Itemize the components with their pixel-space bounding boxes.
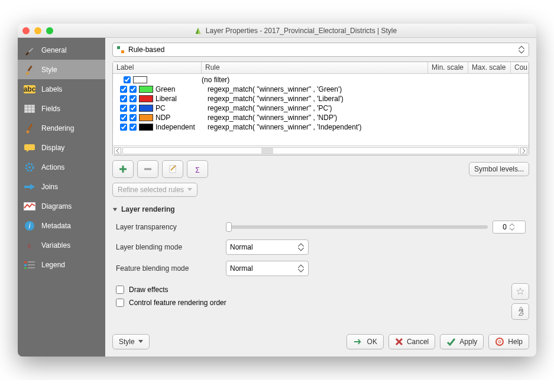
chevron-down-icon [187,188,192,192]
sidebar-item-actions[interactable]: Actions [18,157,105,177]
rule-expression: (no filter) [202,76,526,84]
remove-rule-button[interactable] [137,160,158,178]
draw-effects-config-button[interactable] [511,283,529,300]
apply-button[interactable]: Apply [440,334,484,349]
ok-button[interactable]: OK [346,334,384,349]
scroll-right-icon[interactable] [520,147,527,154]
rule-row[interactable]: NDPregexp_match( "winners_winner" , 'NDP… [115,113,526,122]
minimize-icon[interactable] [34,27,41,34]
cancel-button[interactable]: Cancel [388,334,435,349]
sidebar-item-diagrams[interactable]: Diagrams [18,196,105,216]
col-label[interactable]: Label [113,62,202,73]
sidebar-item-general[interactable]: General [18,40,105,60]
col-max-scale[interactable]: Max. scale [468,62,511,73]
layer-rendering-header[interactable]: Layer rendering [112,205,529,213]
rule-checkbox[interactable] [129,114,137,121]
sidebar-item-metadata[interactable]: i Metadata [18,216,105,235]
star-icon [516,287,525,296]
sidebar-item-joins[interactable]: Joins [18,177,105,196]
scrollbar-thumb[interactable] [261,148,273,154]
draw-effects-checkbox[interactable] [116,286,124,294]
rendering-order-config-button[interactable]: AZ [511,303,529,320]
sidebar-item-display[interactable]: Display [18,138,105,157]
plus-icon [118,164,128,174]
rule-parent-checkbox[interactable] [120,105,127,112]
rule-row[interactable]: (no filter) [115,75,526,85]
horizontal-scrollbar[interactable] [113,145,529,155]
sidebar-item-label: Display [41,144,64,152]
close-icon[interactable] [22,27,30,34]
label-icon: abc [24,85,35,93]
dropdown-spinner-icon [296,264,306,273]
renderer-dropdown[interactable]: Rule-based [112,43,529,57]
control-order-row: Control feature rendering order [112,296,511,309]
rule-checkbox[interactable] [129,95,137,102]
rule-row[interactable]: Greenregexp_match( "winners_winner" , 'G… [115,85,526,94]
rule-checkbox[interactable] [129,105,137,112]
maximize-icon[interactable] [46,27,53,34]
sidebar-item-label: Rendering [41,124,74,132]
svg-text:ε: ε [28,242,31,250]
rule-swatch [139,86,153,93]
ok-icon [353,338,364,346]
count-features-button[interactable]: Σ [187,160,208,178]
feature-blend-dropdown[interactable]: Normal [226,261,309,276]
control-order-checkbox[interactable] [116,299,124,307]
rule-parent-checkbox[interactable] [120,86,127,93]
window-body: General Style abc Labels Fields Renderin… [18,38,536,357]
refine-rules-button[interactable]: Refine selected rules [112,183,197,197]
rule-checkbox[interactable] [129,124,137,131]
sidebar-item-fields[interactable]: Fields [18,99,105,118]
legend-icon [24,261,35,269]
rule-parent-checkbox[interactable] [120,95,127,102]
rule-checkbox[interactable] [124,76,131,83]
rule-row[interactable]: Liberalregexp_match( "winners_winner" , … [115,94,526,103]
edit-rule-button[interactable] [162,160,183,178]
rule-row[interactable]: PCregexp_match( "winners_winner" , 'PC') [115,103,526,113]
layer-blend-dropdown[interactable]: Normal [226,239,309,255]
svg-point-11 [28,166,31,169]
sidebar-item-label: Style [41,66,57,74]
sidebar-item-legend[interactable]: Legend [18,255,105,274]
rule-parent-checkbox[interactable] [120,124,127,131]
sidebar-item-variables[interactable]: ε Variables [18,235,105,255]
rule-swatch [139,114,153,121]
control-order-label: Control feature rendering order [129,299,226,307]
renderer-dropdown-value: Rule-based [128,46,513,54]
rules-header-row: Label Rule Min. scale Max. scale Cou [113,62,529,74]
cancel-icon [395,338,403,346]
transparency-slider[interactable] [226,225,488,229]
dropdown-spinner-icon [296,243,306,251]
help-button[interactable]: Help [488,334,529,349]
layer-rendering-form: Layer transparency 0 Layer blending mode… [112,218,529,278]
rule-checkbox[interactable] [129,86,137,93]
scroll-left-icon[interactable] [114,147,121,154]
scrollbar-track[interactable] [122,147,519,154]
col-min-scale[interactable]: Min. scale [428,62,468,73]
traffic-lights [22,27,53,34]
svg-rect-18 [24,267,27,269]
rule-swatch [139,105,153,112]
col-rule[interactable]: Rule [202,62,428,73]
svg-text:Σ: Σ [195,166,199,174]
col-count[interactable]: Cou [511,62,529,73]
transparency-control: 0 [226,221,526,234]
sidebar-item-rendering[interactable]: Rendering [18,118,105,138]
slider-thumb[interactable] [226,222,232,232]
rules-body[interactable]: (no filter)Greenregexp_match( "winners_w… [113,74,529,145]
sort-icon: AZ [516,307,525,316]
add-rule-button[interactable] [112,160,134,178]
svg-text:Z: Z [519,309,523,316]
sidebar-item-label: General [41,46,67,54]
apply-icon [446,338,456,346]
sidebar-item-labels[interactable]: abc Labels [18,79,105,99]
rule-parent-checkbox[interactable] [120,114,127,121]
transparency-spinbox[interactable]: 0 [493,221,526,234]
style-menu-button[interactable]: Style [112,334,150,349]
symbol-levels-button[interactable]: Symbol levels... [469,162,529,176]
rule-row[interactable]: Independentregexp_match( "winners_winner… [115,122,526,132]
sidebar-item-style[interactable]: Style [18,60,105,79]
draw-effects-row: Draw effects [112,283,511,296]
spinner-icon [509,223,524,231]
svg-rect-17 [24,264,27,266]
